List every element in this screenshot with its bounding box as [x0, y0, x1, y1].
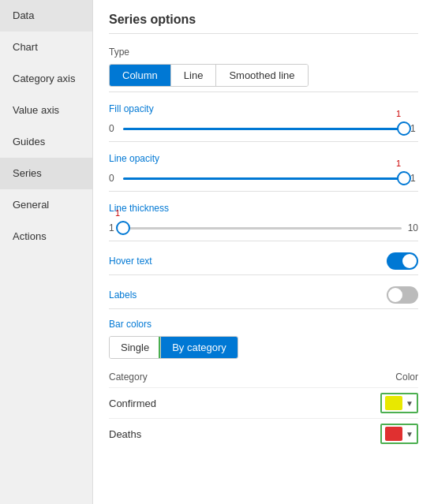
fill-opacity-value: 1 [396, 109, 401, 118]
fill-opacity-slider-wrapper: 1 [123, 121, 404, 136]
type-line-button[interactable]: Line [171, 65, 217, 86]
col-color-header: Color [281, 368, 418, 388]
line-opacity-min: 0 [109, 173, 117, 184]
labels-toggle[interactable] [387, 286, 418, 304]
sidebar-item-data[interactable]: Data [0, 0, 92, 32]
fill-opacity-min: 0 [109, 123, 117, 134]
divider-2 [109, 141, 418, 142]
divider-5 [109, 274, 418, 275]
color-table: Category Color Confirmed ▼ Deaths ▼ [109, 368, 418, 449]
bar-color-single-button[interactable]: Single [110, 337, 161, 358]
line-opacity-max: 1 [410, 173, 418, 184]
line-thickness-value: 1 [115, 208, 120, 218]
sidebar-item-actions[interactable]: Actions [0, 221, 92, 252]
page-title: Series options [109, 13, 418, 34]
hover-text-label: Hover text [109, 256, 152, 267]
labels-toggle-thumb [388, 288, 402, 302]
fill-opacity-slider-container: 0 1 1 [109, 121, 418, 136]
sidebar-item-category-axis[interactable]: Category axis [0, 63, 92, 95]
line-opacity-slider-container: 0 1 1 [109, 170, 418, 186]
divider-6 [109, 308, 418, 309]
fill-opacity-max: 1 [410, 123, 418, 134]
chevron-down-icon-1: ▼ [406, 430, 413, 439]
sidebar-item-series[interactable]: Series [0, 158, 92, 189]
labels-row: Labels [109, 286, 418, 304]
fill-opacity-label: Fill opacity [109, 103, 418, 114]
line-thickness-slider-container: 1 1 10 [109, 220, 418, 236]
divider-1 [109, 91, 418, 92]
color-swatch-button-1[interactable]: ▼ [380, 424, 418, 444]
category-name-0: Confirmed [109, 388, 281, 419]
bar-color-by-category-button[interactable]: By category [161, 337, 238, 358]
hover-text-row: Hover text [109, 252, 418, 270]
sidebar-item-general[interactable]: General [0, 189, 92, 221]
color-table-row: Confirmed ▼ [109, 388, 418, 419]
divider-4 [109, 241, 418, 241]
type-button-group: Column Line Smoothed line [109, 64, 309, 87]
sidebar-item-value-axis[interactable]: Value axis [0, 95, 92, 126]
chevron-down-icon-0: ▼ [406, 399, 413, 408]
bar-colors-label: Bar colors [109, 319, 418, 330]
color-swatch-0 [385, 396, 402, 410]
line-opacity-value: 1 [396, 159, 401, 168]
bar-color-button-group: Single By category [109, 336, 238, 359]
line-thickness-max: 10 [408, 222, 418, 233]
category-name-1: Deaths [109, 419, 281, 450]
hover-text-toggle[interactable] [387, 252, 418, 270]
line-opacity-slider-wrapper: 1 [123, 170, 404, 186]
divider-3 [109, 191, 418, 192]
line-opacity-label: Line opacity [109, 153, 418, 164]
color-table-row: Deaths ▼ [109, 419, 418, 450]
line-thickness-label: Line thickness [109, 203, 418, 214]
color-swatch-1 [385, 427, 402, 441]
type-smoothed-line-button[interactable]: Smoothed line [216, 65, 307, 86]
type-label: Type [109, 47, 418, 58]
line-thickness-slider-wrapper: 1 [123, 220, 402, 236]
hover-text-toggle-thumb [402, 254, 417, 268]
col-category-header: Category [109, 368, 281, 388]
sidebar-item-chart[interactable]: Chart [0, 32, 92, 63]
labels-label: Labels [109, 289, 137, 301]
sidebar-item-guides[interactable]: Guides [0, 126, 92, 158]
color-swatch-button-0[interactable]: ▼ [380, 393, 418, 413]
main-content: Series options Type Column Line Smoothed… [93, 0, 434, 504]
sidebar: Data Chart Category axis Value axis Guid… [0, 0, 93, 504]
type-column-button[interactable]: Column [110, 65, 171, 86]
